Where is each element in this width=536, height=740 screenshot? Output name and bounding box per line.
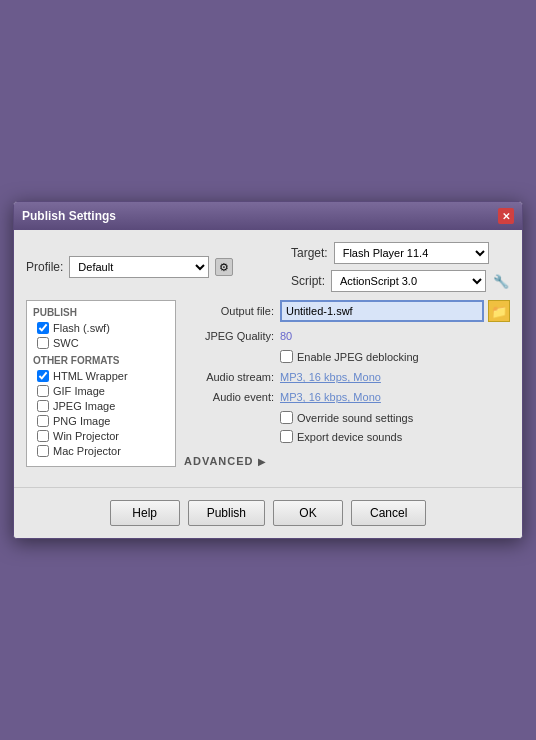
audio-stream-value[interactable]: MP3, 16 kbps, Mono — [280, 371, 381, 383]
audio-stream-label: Audio stream: — [184, 371, 274, 383]
mac-projector-item: Mac Projector — [33, 445, 169, 457]
override-sound-checkbox[interactable] — [280, 411, 293, 424]
publish-header: PUBLISH — [33, 307, 169, 318]
jpeg-image-item: JPEG Image — [33, 400, 169, 412]
flash-swf-checkbox[interactable] — [37, 322, 49, 334]
publish-button[interactable]: Publish — [188, 500, 265, 526]
swc-item: SWC — [33, 337, 169, 349]
jpeg-image-label[interactable]: JPEG Image — [53, 400, 115, 412]
png-image-item: PNG Image — [33, 415, 169, 427]
audio-event-label: Audio event: — [184, 391, 274, 403]
folder-button[interactable]: 📁 — [488, 300, 510, 322]
wrench-icon[interactable]: 🔧 — [492, 272, 510, 290]
swc-label[interactable]: SWC — [53, 337, 79, 349]
gear-icon[interactable]: ⚙ — [215, 258, 233, 276]
profile-row: Profile: Default ⚙ — [26, 256, 233, 278]
advanced-row[interactable]: ADVANCED ▶ — [184, 455, 510, 467]
publish-settings-window: Publish Settings ✕ Profile: Default ⚙ Ta… — [13, 201, 523, 539]
target-script-group: Target: Flash Player 11.4 Script: Action… — [291, 242, 510, 292]
script-label: Script: — [291, 274, 325, 288]
profile-label: Profile: — [26, 260, 63, 274]
html-wrapper-checkbox[interactable] — [37, 370, 49, 382]
flash-swf-item: Flash (.swf) — [33, 322, 169, 334]
audio-event-row: Audio event: MP3, 16 kbps, Mono — [184, 391, 510, 403]
swc-checkbox[interactable] — [37, 337, 49, 349]
output-file-row: Output file: 📁 — [184, 300, 510, 322]
jpeg-deblocking-row: Enable JPEG deblocking — [280, 350, 510, 363]
script-select[interactable]: ActionScript 3.0 — [331, 270, 486, 292]
jpeg-quality-row: JPEG Quality: 80 — [184, 330, 510, 342]
mac-projector-label[interactable]: Mac Projector — [53, 445, 121, 457]
cancel-button[interactable]: Cancel — [351, 500, 426, 526]
gif-image-item: GIF Image — [33, 385, 169, 397]
export-device-sounds-checkbox[interactable] — [280, 430, 293, 443]
win-projector-label[interactable]: Win Projector — [53, 430, 119, 442]
right-panel: Output file: 📁 JPEG Quality: 80 Enable J… — [184, 300, 510, 467]
target-row: Target: Flash Player 11.4 — [291, 242, 510, 264]
left-panel: PUBLISH Flash (.swf) SWC OTHER FORMATS H… — [26, 300, 176, 467]
target-select[interactable]: Flash Player 11.4 — [334, 242, 489, 264]
output-file-label: Output file: — [184, 305, 274, 317]
flash-swf-label[interactable]: Flash (.swf) — [53, 322, 110, 334]
gif-image-label[interactable]: GIF Image — [53, 385, 105, 397]
ok-button[interactable]: OK — [273, 500, 343, 526]
bottom-buttons: Help Publish OK Cancel — [14, 487, 522, 538]
script-row: Script: ActionScript 3.0 🔧 — [291, 270, 510, 292]
export-device-sounds-label[interactable]: Export device sounds — [297, 431, 402, 443]
override-sound-label[interactable]: Override sound settings — [297, 412, 413, 424]
jpeg-quality-value[interactable]: 80 — [280, 330, 292, 342]
audio-stream-row: Audio stream: MP3, 16 kbps, Mono — [184, 371, 510, 383]
target-label: Target: — [291, 246, 328, 260]
help-button[interactable]: Help — [110, 500, 180, 526]
mac-projector-checkbox[interactable] — [37, 445, 49, 457]
audio-event-value[interactable]: MP3, 16 kbps, Mono — [280, 391, 381, 403]
output-file-input[interactable] — [280, 300, 484, 322]
advanced-label: ADVANCED — [184, 455, 254, 467]
top-controls: Profile: Default ⚙ Target: Flash Player … — [26, 242, 510, 292]
png-image-label[interactable]: PNG Image — [53, 415, 110, 427]
jpeg-image-checkbox[interactable] — [37, 400, 49, 412]
main-area: PUBLISH Flash (.swf) SWC OTHER FORMATS H… — [26, 300, 510, 467]
html-wrapper-item: HTML Wrapper — [33, 370, 169, 382]
other-formats-header: OTHER FORMATS — [33, 355, 169, 366]
override-sound-row: Override sound settings — [280, 411, 510, 424]
profile-select[interactable]: Default — [69, 256, 209, 278]
win-projector-checkbox[interactable] — [37, 430, 49, 442]
jpeg-quality-label: JPEG Quality: — [184, 330, 274, 342]
title-bar: Publish Settings ✕ — [14, 202, 522, 230]
main-content: Profile: Default ⚙ Target: Flash Player … — [14, 230, 522, 479]
export-device-sounds-row: Export device sounds — [280, 430, 510, 443]
win-projector-item: Win Projector — [33, 430, 169, 442]
png-image-checkbox[interactable] — [37, 415, 49, 427]
window-title: Publish Settings — [22, 209, 116, 223]
jpeg-deblocking-checkbox[interactable] — [280, 350, 293, 363]
gif-image-checkbox[interactable] — [37, 385, 49, 397]
close-button[interactable]: ✕ — [498, 208, 514, 224]
html-wrapper-label[interactable]: HTML Wrapper — [53, 370, 128, 382]
advanced-arrow-icon: ▶ — [258, 456, 266, 467]
jpeg-deblocking-label[interactable]: Enable JPEG deblocking — [297, 351, 419, 363]
